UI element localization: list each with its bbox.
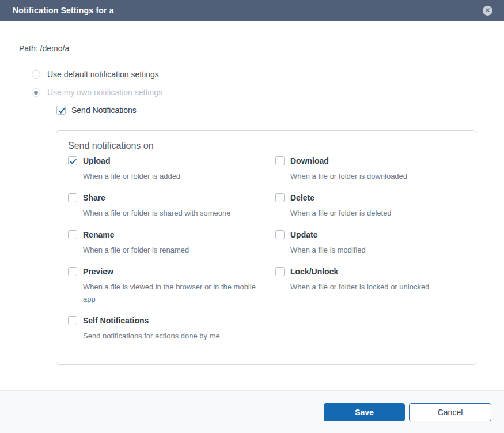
notify-item-self-notifications: Self Notifications Send notifications fo… xyxy=(68,316,275,342)
notify-item-description: When a file or folder is added xyxy=(83,171,267,182)
checkbox-icon[interactable] xyxy=(68,267,77,276)
notify-item-preview: Preview When a file is viewed in the bro… xyxy=(68,267,275,304)
radio-label: Use my own notification settings xyxy=(47,88,162,97)
notify-item-row[interactable]: Preview xyxy=(68,267,267,276)
dialog-title: Notification Settings for a xyxy=(13,6,114,15)
dialog-footer: Save Cancel xyxy=(0,390,504,433)
checkbox-icon[interactable] xyxy=(68,156,77,165)
notify-item-row[interactable]: Rename xyxy=(68,230,267,239)
notification-options-grid: Upload When a file or folder is added Do… xyxy=(68,156,464,353)
notify-item-delete: Delete When a file or folder is deleted xyxy=(275,193,464,219)
notify-item-label: Share xyxy=(83,193,105,202)
notify-item-label: Lock/Unlock xyxy=(290,267,338,276)
save-button[interactable]: Save xyxy=(324,403,405,421)
notify-item-rename: Rename When a file or folder is renamed xyxy=(68,230,275,256)
radio-icon[interactable] xyxy=(32,70,40,79)
notify-item-description: When a file or folder is locked or unloc… xyxy=(290,281,456,293)
checkbox-icon[interactable] xyxy=(275,230,285,239)
notify-item-description: When a file or folder is shared with som… xyxy=(83,208,267,219)
checkbox-icon[interactable] xyxy=(68,193,77,202)
checkbox-icon[interactable] xyxy=(56,106,66,115)
close-icon[interactable]: ✕ xyxy=(483,6,492,16)
path-label: Path: /demo/a xyxy=(19,44,504,53)
checkbox-icon[interactable] xyxy=(68,316,77,325)
checkbox-icon[interactable] xyxy=(68,230,77,239)
dialog-body: Path: /demo/a Use default notification s… xyxy=(0,21,504,365)
notify-item-upload: Upload When a file or folder is added xyxy=(68,156,275,182)
notify-item-row[interactable]: Share xyxy=(68,193,267,202)
notify-item-lock-unlock: Lock/Unlock When a file or folder is loc… xyxy=(275,267,464,304)
notify-item-description: Send notifications for actions done by m… xyxy=(83,330,267,342)
notify-item-label: Preview xyxy=(83,267,113,276)
notifications-panel: Send notifications on Upload When a file… xyxy=(56,130,476,365)
notify-item-row[interactable]: Delete xyxy=(275,193,456,202)
notify-item-row[interactable]: Update xyxy=(275,230,456,239)
notify-item-share: Share When a file or folder is shared wi… xyxy=(68,193,275,219)
notify-item-description: When a file is modified xyxy=(290,244,456,256)
notify-item-row[interactable]: Upload xyxy=(68,156,267,165)
checkbox-icon[interactable] xyxy=(275,267,285,276)
send-notifications-label: Send Notifications xyxy=(71,106,137,115)
notify-item-description: When a file or folder is deleted xyxy=(290,208,456,219)
notify-item-row[interactable]: Lock/Unlock xyxy=(275,267,456,276)
radio-use-own-settings[interactable]: Use my own notification settings xyxy=(32,88,504,97)
panel-title: Send notifications on xyxy=(68,141,464,151)
checkbox-icon[interactable] xyxy=(275,193,285,202)
radio-icon[interactable] xyxy=(32,88,40,97)
notify-item-description: When a file is viewed in the browser or … xyxy=(83,281,267,304)
dialog-header: Notification Settings for a ✕ xyxy=(0,0,504,21)
notify-item-label: Self Notifications xyxy=(83,316,149,325)
notify-item-label: Download xyxy=(290,156,329,165)
radio-label: Use default notification settings xyxy=(47,70,159,79)
notify-item-description: When a file or folder is renamed xyxy=(83,244,267,256)
notify-item-description: When a file or folder is downloaded xyxy=(290,171,456,182)
notify-item-label: Update xyxy=(290,230,317,239)
checkbox-icon[interactable] xyxy=(275,156,285,165)
cancel-button[interactable]: Cancel xyxy=(409,403,491,421)
notify-item-label: Delete xyxy=(290,193,314,202)
settings-mode-radio-group: Use default notification settings Use my… xyxy=(32,70,504,97)
notify-item-label: Rename xyxy=(83,230,114,239)
notify-item-row[interactable]: Self Notifications xyxy=(68,316,267,325)
notify-item-download: Download When a file or folder is downlo… xyxy=(275,156,464,182)
notify-item-row[interactable]: Download xyxy=(275,156,456,165)
radio-use-default-settings[interactable]: Use default notification settings xyxy=(32,70,504,79)
send-notifications-checkbox-row[interactable]: Send Notifications xyxy=(56,106,504,115)
notify-item-update: Update When a file is modified xyxy=(275,230,464,256)
notify-item-label: Upload xyxy=(83,156,110,165)
